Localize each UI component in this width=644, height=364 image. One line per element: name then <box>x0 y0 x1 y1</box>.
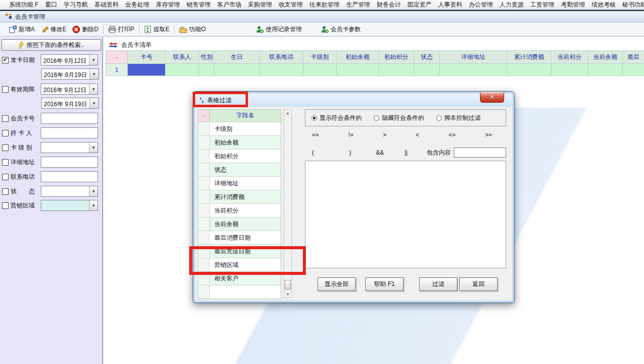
menu-item[interactable]: 业务处理 <box>124 1 150 9</box>
card-level-select[interactable] <box>41 142 98 153</box>
menu-item[interactable]: 学习导航 <box>63 1 89 9</box>
selected-cell[interactable] <box>128 64 166 76</box>
region-checkbox[interactable] <box>2 202 9 209</box>
cell[interactable] <box>440 64 507 76</box>
chevron-down-icon[interactable] <box>89 200 98 210</box>
column-header[interactable]: 卡级别 <box>303 51 337 64</box>
issue-date-to-select[interactable]: 2016年 9月19日 <box>41 68 99 80</box>
cell[interactable] <box>588 64 623 76</box>
operator-and[interactable]: && <box>376 149 405 156</box>
operator-eq[interactable]: == <box>312 131 319 138</box>
valid-period-to-select[interactable]: 2016年 9月19日 <box>41 98 99 109</box>
add-button[interactable]: 新增A <box>6 24 38 35</box>
menu-item[interactable]: 财务会计 <box>376 1 402 9</box>
menu-item[interactable]: 系统功能 F <box>8 1 40 9</box>
scrollbar-thumb[interactable] <box>285 280 291 289</box>
operator-lparen[interactable]: ( <box>312 149 349 156</box>
table-row[interactable]: 1 <box>106 64 644 76</box>
operator-gt[interactable]: > <box>383 131 386 138</box>
menu-item[interactable]: 办公管理 <box>468 1 494 9</box>
phone-checkbox[interactable] <box>2 174 9 180</box>
chevron-down-icon[interactable] <box>89 186 98 196</box>
row-number-cell[interactable]: 1 <box>106 64 128 76</box>
menu-item[interactable]: 往来款管理 <box>308 1 341 9</box>
filter-button[interactable]: 过滤 <box>419 277 457 291</box>
menu-item[interactable]: 秘书功能 <box>621 1 644 9</box>
menu-item[interactable]: 采购管理 <box>247 1 273 9</box>
column-header[interactable]: 状态 <box>414 51 440 64</box>
scroll-down-icon[interactable]: ▼ <box>285 291 291 298</box>
column-header[interactable]: 初始余额 <box>337 51 379 64</box>
operator-lt[interactable]: < <box>416 131 419 138</box>
region-select[interactable] <box>41 200 98 211</box>
valid-period-checkbox[interactable] <box>2 86 9 93</box>
column-header[interactable]: 详细地址 <box>440 51 507 64</box>
usage-log-button[interactable]: 使用记录管理 <box>253 24 305 35</box>
menu-item[interactable]: 固定资产 <box>407 1 433 9</box>
function-button[interactable]: 功能O <box>176 24 209 35</box>
operator-rparen[interactable]: ) <box>349 149 376 156</box>
issue-date-from-select[interactable]: 2016年 9月12日 <box>41 54 98 65</box>
cell[interactable] <box>214 64 260 76</box>
field-item[interactable]: 状态 <box>198 163 281 176</box>
menu-item[interactable]: 生产管理 <box>345 1 371 9</box>
column-header[interactable]: 联系电话 <box>260 51 303 64</box>
chevron-down-icon[interactable] <box>89 142 98 153</box>
chevron-down-icon[interactable] <box>89 84 98 94</box>
card-params-button[interactable]: 会员卡参数 <box>318 24 364 35</box>
menu-item[interactable]: 人事资料 <box>437 1 463 9</box>
corner-header-cell[interactable]: - <box>106 51 128 64</box>
radio-hide-matching[interactable]: 隐藏符合条件的 <box>374 114 424 122</box>
chevron-down-icon[interactable] <box>90 98 98 108</box>
radio-script-filter[interactable]: 脚本控制过滤 <box>436 114 480 122</box>
column-header[interactable]: 生日 <box>214 51 260 64</box>
menu-item[interactable]: 库存管理 <box>155 1 181 9</box>
menu-item[interactable]: 考勤管理 <box>560 1 586 9</box>
menu-item[interactable]: 基础资料 <box>94 1 120 9</box>
operator-or[interactable]: || <box>405 149 427 156</box>
column-header[interactable]: 联系人 <box>166 51 199 64</box>
card-level-checkbox[interactable] <box>2 144 9 151</box>
close-button[interactable]: ✕ <box>480 92 504 103</box>
column-header[interactable]: 累计消费额 <box>507 51 551 64</box>
card-no-checkbox[interactable] <box>2 115 9 122</box>
holder-input[interactable] <box>41 127 98 138</box>
filter-expression-area[interactable] <box>305 161 506 268</box>
back-button[interactable]: 返回 <box>459 277 498 291</box>
column-header[interactable]: 性别 <box>199 51 214 64</box>
delete-button[interactable]: 删除D <box>69 24 102 35</box>
phone-input[interactable] <box>41 171 98 182</box>
print-button[interactable]: 打印P <box>105 24 137 35</box>
valid-period-from-select[interactable]: 2016年 9月12日 <box>41 84 98 95</box>
field-item[interactable]: 初始积分 <box>198 149 281 163</box>
menu-item[interactable]: 收支管理 <box>278 1 304 9</box>
cell[interactable] <box>303 64 337 76</box>
field-item[interactable]: 卡级别 <box>198 122 281 135</box>
cell[interactable] <box>551 64 588 76</box>
field-item[interactable]: 详细地址 <box>198 176 281 190</box>
address-checkbox[interactable] <box>2 159 9 166</box>
modify-button[interactable]: 修改E <box>38 24 69 35</box>
column-header[interactable]: 当前积分 <box>551 51 588 64</box>
cell[interactable] <box>166 64 199 76</box>
issue-date-checkbox[interactable] <box>2 57 9 63</box>
search-by-conditions-button[interactable]: 按照下面的条件检索.. <box>2 39 101 51</box>
operator-gte[interactable]: >= <box>485 131 492 138</box>
scroll-up-icon[interactable]: ▲ <box>285 110 291 116</box>
field-item[interactable]: 最后消费日期 <box>198 231 281 244</box>
cell[interactable] <box>507 64 551 76</box>
radio-show-matching[interactable]: 显示符合条件的 <box>311 114 362 122</box>
menu-item[interactable]: 工资管理 <box>529 1 555 9</box>
field-item[interactable]: 初始余额 <box>198 135 281 149</box>
field-item[interactable]: 当前余额 <box>198 217 281 231</box>
status-checkbox[interactable] <box>2 188 9 195</box>
cell[interactable] <box>414 64 440 76</box>
menu-item[interactable]: 客户市场 <box>216 1 243 9</box>
operator-neq[interactable]: != <box>348 131 353 138</box>
extract-button[interactable]: 提取E <box>141 24 173 35</box>
column-header[interactable]: 最后 <box>623 51 644 64</box>
address-input[interactable] <box>41 157 98 168</box>
menu-item[interactable]: 绩效考核 <box>591 1 617 9</box>
menu-item[interactable]: 销售管理 <box>186 1 212 9</box>
column-header[interactable]: 初始积分 <box>379 51 414 64</box>
